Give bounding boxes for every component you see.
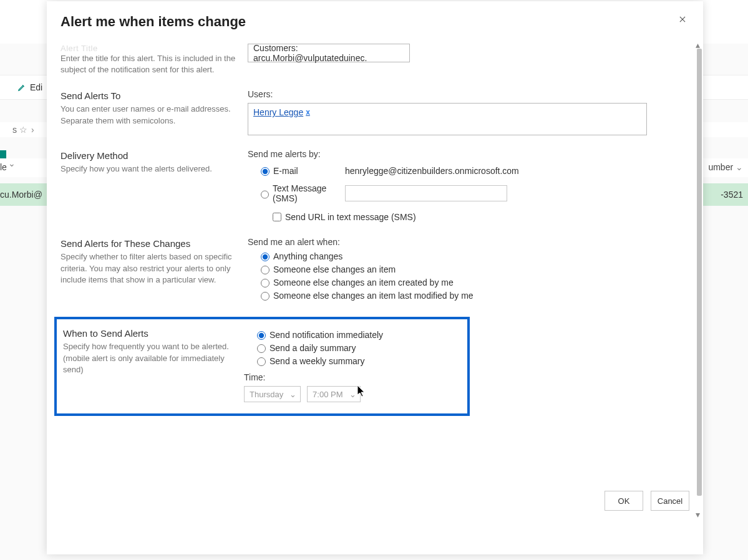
remove-user-icon[interactable]: x <box>306 108 310 117</box>
chevron-down-icon: ⌄ <box>349 390 356 399</box>
delivery-group-label: Send me alerts by: <box>248 149 682 159</box>
dialog-header: Alert me when items change <box>47 1 703 35</box>
close-icon <box>678 15 687 24</box>
changes-desc: Specify whether to filter alerts based o… <box>61 251 238 286</box>
radio-sms-input[interactable] <box>261 190 269 199</box>
when-desc: Specify how frequently you want to be al… <box>63 341 234 375</box>
delivery-title: Delivery Method <box>61 150 238 161</box>
scrollbar[interactable]: ▴ ▾ <box>696 40 702 516</box>
scrollbar-thumb[interactable] <box>697 49 702 496</box>
alert-dialog: Alert me when items change Alert Title E… <box>47 1 703 554</box>
radio-change-3[interactable]: Someone else changes an item last modifi… <box>258 290 682 301</box>
alert-title-desc: Enter the title for this alert. This is … <box>61 53 238 75</box>
dialog-body: Alert Title Enter the title for this ale… <box>47 39 696 517</box>
alert-title-input[interactable]: Customers: arcu.Morbi@vulputateduinec. <box>248 44 410 62</box>
edit-label: Edi <box>30 82 42 92</box>
users-input[interactable]: Henry Legge x <box>248 103 647 135</box>
sms-input[interactable] <box>345 185 507 201</box>
scroll-up-icon[interactable]: ▴ <box>696 40 702 46</box>
chevron-down-icon: ⌄ <box>289 390 296 399</box>
scroll-down-icon[interactable]: ▾ <box>696 509 702 516</box>
radio-change-0[interactable]: Anything changes <box>258 251 682 261</box>
edit-button[interactable]: Edi <box>17 82 42 92</box>
section-title-faded: Alert Title <box>61 44 238 53</box>
highlight-when-section: When to Send Alerts Specify how frequent… <box>54 317 470 416</box>
radio-when-0[interactable]: Send notification immediately <box>254 329 461 340</box>
row-email: cu.Morbi@ <box>0 190 42 200</box>
star-icon[interactable]: ☆ <box>19 125 27 135</box>
pencil-icon <box>17 83 26 92</box>
dialog-footer: OK Cancel <box>605 491 689 511</box>
section-delivery: Delivery Method Specify how you want the… <box>61 149 682 223</box>
radio-when-2[interactable]: Send a weekly summary <box>254 355 461 366</box>
hour-select[interactable]: 7:00 PM ⌄ <box>307 386 360 402</box>
users-label: Users: <box>248 89 682 99</box>
dialog-title: Alert me when items change <box>61 14 246 30</box>
day-select[interactable]: Thursday ⌄ <box>244 386 301 402</box>
section-alert-title: Alert Title Enter the title for this ale… <box>61 39 682 75</box>
changes-title: Send Alerts for These Changes <box>61 238 238 249</box>
section-send-to: Send Alerts To You can enter user names … <box>61 89 682 135</box>
radio-change-2[interactable]: Someone else changes an item created by … <box>258 277 682 287</box>
radio-sms[interactable]: Text Message (SMS) <box>258 183 345 203</box>
ok-button[interactable]: OK <box>605 491 643 511</box>
delivery-desc: Specify how you want the alerts delivere… <box>61 163 238 175</box>
chevron-down-icon: ⌄ <box>736 162 743 172</box>
when-title: When to Send Alerts <box>63 328 234 339</box>
close-button[interactable] <box>676 12 689 26</box>
chevron-down-icon: ⌄ <box>8 158 16 177</box>
radio-when-1[interactable]: Send a daily summary <box>254 342 461 353</box>
col-number[interactable]: umber <box>708 162 733 172</box>
radio-change-1[interactable]: Someone else changes an item <box>258 264 682 274</box>
url-checkbox-input[interactable] <box>273 213 281 221</box>
chevron-right-icon: › <box>31 125 34 135</box>
radio-email[interactable]: E-mail <box>258 165 345 176</box>
url-checkbox[interactable]: Send URL in text message (SMS) <box>270 211 682 223</box>
col-le[interactable]: le <box>0 158 7 177</box>
cancel-button[interactable]: Cancel <box>651 491 689 511</box>
user-chip[interactable]: Henry Legge x <box>253 107 310 117</box>
row-number: -3521 <box>721 190 743 200</box>
send-to-desc: You can enter user names or e-mail addre… <box>61 104 238 126</box>
radio-email-input[interactable] <box>261 167 270 176</box>
send-to-title: Send Alerts To <box>61 90 238 101</box>
section-changes: Send Alerts for These Changes Specify wh… <box>61 237 682 303</box>
changes-group-label: Send me an alert when: <box>248 237 682 247</box>
email-value: henrylegge@citizenbuilders.onmicrosoft.c… <box>345 166 682 176</box>
time-label: Time: <box>244 372 461 382</box>
section-when: When to Send Alerts Specify how frequent… <box>63 327 461 402</box>
